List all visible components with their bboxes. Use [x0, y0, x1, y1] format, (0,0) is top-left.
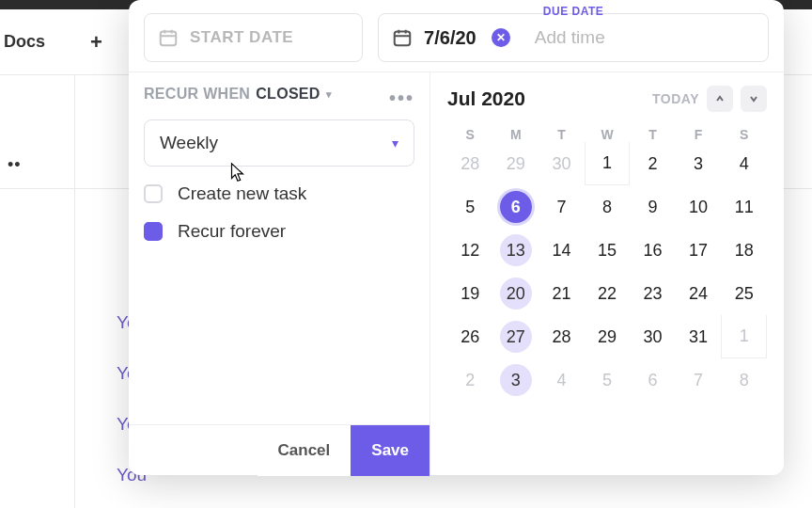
calendar-day[interactable]: 28 — [539, 315, 585, 358]
calendar-day[interactable]: 5 — [585, 358, 631, 402]
calendar-day[interactable]: 10 — [676, 185, 722, 229]
calendar-day[interactable]: 7 — [676, 358, 722, 402]
calendar-day[interactable]: 6 — [493, 185, 539, 229]
start-date-field[interactable]: START DATE — [144, 13, 363, 62]
recur-when-label[interactable]: RECUR WHEN CLOSED ▾ — [144, 86, 414, 103]
calendar-day[interactable]: 28 — [447, 142, 493, 185]
add-icon[interactable]: + — [90, 30, 102, 55]
day-number: 18 — [728, 234, 760, 266]
more-options-icon[interactable]: ••• — [389, 87, 414, 109]
calendar-dow-row: SMTWTFS — [447, 127, 767, 142]
day-number: 2 — [637, 148, 669, 180]
due-date-value: 7/6/20 — [424, 27, 476, 49]
calendar-day[interactable]: 30 — [539, 142, 585, 185]
day-number: 4 — [728, 148, 760, 180]
checkbox-unchecked-icon[interactable] — [144, 184, 163, 203]
calendar-day[interactable]: 2 — [447, 358, 493, 402]
calendar-day[interactable]: 29 — [585, 315, 631, 358]
docs-label[interactable]: Docs — [0, 32, 45, 52]
calendar-day[interactable]: 24 — [676, 272, 722, 315]
calendar-day[interactable]: 21 — [539, 272, 585, 315]
calendar-day[interactable]: 3 — [676, 142, 722, 185]
day-number: 1 — [591, 148, 623, 180]
next-month-button[interactable] — [741, 86, 767, 112]
day-number: 25 — [728, 278, 760, 310]
cancel-button[interactable]: Cancel — [258, 425, 351, 476]
calendar-day[interactable]: 12 — [447, 229, 493, 272]
calendar-day[interactable]: 2 — [630, 142, 676, 185]
due-date-field[interactable]: DUE DATE 7/6/20 ✕ Add time — [378, 13, 769, 62]
day-number: 1 — [728, 321, 760, 353]
calendar-day[interactable]: 9 — [630, 185, 676, 229]
calendar-day[interactable]: 8 — [721, 358, 767, 402]
svg-rect-1 — [395, 32, 411, 46]
today-button[interactable]: TODAY — [652, 91, 699, 106]
save-button[interactable]: Save — [351, 425, 429, 476]
calendar-day[interactable]: 4 — [721, 142, 767, 185]
calendar-day[interactable]: 6 — [630, 358, 676, 402]
frequency-select[interactable]: Weekly ▾ — [144, 119, 414, 167]
day-number: 7 — [682, 364, 714, 396]
add-time-button[interactable]: Add time — [535, 27, 605, 48]
calendar-controls: TODAY — [652, 86, 767, 112]
calendar-day[interactable]: 13 — [493, 229, 539, 272]
popover-body: RECUR WHEN CLOSED ▾ ••• Weekly ▾ Create … — [129, 71, 784, 475]
calendar-day[interactable]: 18 — [721, 229, 767, 272]
day-number: 17 — [682, 234, 714, 266]
day-number: 28 — [545, 321, 577, 353]
day-number: 30 — [545, 148, 577, 180]
calendar-day[interactable]: 14 — [539, 229, 585, 272]
prev-month-button[interactable] — [707, 86, 733, 112]
day-number: 5 — [454, 191, 486, 223]
calendar-day[interactable]: 3 — [493, 358, 539, 402]
day-number: 14 — [545, 234, 577, 266]
calendar-day[interactable]: 16 — [630, 229, 676, 272]
day-number: 16 — [637, 234, 669, 266]
more-icon[interactable]: •• — [8, 155, 22, 175]
calendar-day[interactable]: 31 — [676, 315, 722, 358]
calendar-day[interactable]: 7 — [539, 185, 585, 229]
dow-label: S — [447, 127, 493, 142]
calendar-day[interactable]: 1 — [721, 315, 767, 358]
day-number: 27 — [500, 321, 532, 353]
day-number: 9 — [637, 191, 669, 223]
day-number: 23 — [637, 278, 669, 310]
day-number: 13 — [500, 234, 532, 266]
day-number: 31 — [682, 321, 714, 353]
recur-state: CLOSED — [256, 86, 320, 103]
dow-label: S — [721, 127, 767, 142]
calendar-day[interactable]: 20 — [493, 272, 539, 315]
create-new-task-option[interactable]: Create new task — [144, 183, 414, 204]
day-number: 30 — [637, 321, 669, 353]
dow-label: T — [630, 127, 676, 142]
calendar-month-title: Jul 2020 — [447, 87, 525, 110]
calendar-day[interactable]: 1 — [585, 142, 631, 185]
calendar-day[interactable]: 30 — [630, 315, 676, 358]
calendar-day[interactable]: 22 — [585, 272, 631, 315]
clear-due-date-icon[interactable]: ✕ — [492, 28, 510, 47]
option-label: Recur forever — [178, 221, 286, 242]
day-number: 15 — [591, 234, 623, 266]
calendar-day[interactable]: 26 — [447, 315, 493, 358]
calendar-day[interactable]: 11 — [721, 185, 767, 229]
calendar-day[interactable]: 27 — [493, 315, 539, 358]
calendar-day[interactable]: 29 — [493, 142, 539, 185]
calendar-day[interactable]: 17 — [676, 229, 722, 272]
dow-label: F — [676, 127, 722, 142]
dow-label: T — [539, 127, 585, 142]
chevron-down-icon: ▾ — [326, 88, 332, 101]
calendar-day[interactable]: 19 — [447, 272, 493, 315]
recur-forever-option[interactable]: Recur forever — [144, 221, 414, 242]
day-number: 8 — [591, 191, 623, 223]
calendar-day[interactable]: 8 — [585, 185, 631, 229]
calendar-day[interactable]: 23 — [630, 272, 676, 315]
day-number: 6 — [637, 364, 669, 396]
calendar-day[interactable]: 25 — [721, 272, 767, 315]
calendar-day[interactable]: 4 — [539, 358, 585, 402]
checkbox-checked-icon[interactable] — [144, 222, 163, 241]
chevron-down-icon: ▾ — [392, 135, 398, 151]
recurrence-pane: RECUR WHEN CLOSED ▾ ••• Weekly ▾ Create … — [129, 72, 429, 475]
calendar-day[interactable]: 5 — [447, 185, 493, 229]
day-number: 24 — [682, 278, 714, 310]
calendar-day[interactable]: 15 — [585, 229, 631, 272]
